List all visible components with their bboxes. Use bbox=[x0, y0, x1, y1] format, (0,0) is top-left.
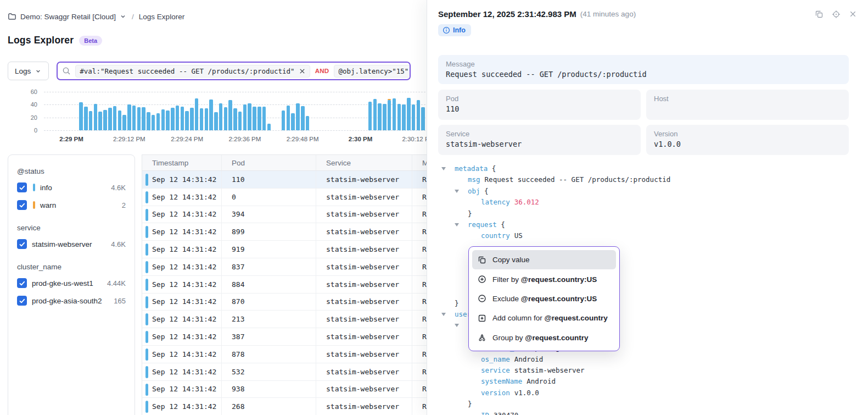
table-row[interactable]: Sep 12 14:31:42919statsim-webserverReque… bbox=[142, 241, 427, 258]
checkbox-checked[interactable] bbox=[17, 239, 27, 249]
menu-item-group-by[interactable]: Group by @request.country bbox=[472, 328, 616, 347]
histogram-bar[interactable] bbox=[200, 108, 204, 130]
menu-item-add-column-for[interactable]: Add column for @request.country bbox=[472, 308, 616, 328]
column-header-service[interactable]: Service bbox=[316, 155, 412, 170]
facet-item-warn[interactable]: warn2 bbox=[17, 196, 126, 214]
histogram-bar[interactable] bbox=[89, 111, 93, 130]
tree-key[interactable]: request bbox=[468, 220, 497, 229]
histogram-bar[interactable] bbox=[228, 100, 232, 130]
tree-collapse-icon[interactable] bbox=[455, 324, 459, 327]
tree-key[interactable]: msg bbox=[468, 175, 480, 184]
histogram-bar[interactable] bbox=[94, 104, 98, 130]
table-row[interactable]: Sep 12 14:31:42878statsim-webserverReque… bbox=[142, 346, 427, 363]
tree-value[interactable]: US bbox=[514, 231, 523, 240]
histogram-bar[interactable] bbox=[257, 107, 261, 130]
histogram-bar[interactable] bbox=[108, 108, 112, 130]
column-header-message[interactable]: Message bbox=[412, 155, 427, 170]
histogram-bar[interactable] bbox=[287, 106, 290, 131]
histogram-bar[interactable] bbox=[397, 104, 401, 130]
histogram-bar[interactable] bbox=[171, 108, 175, 130]
checkbox-checked[interactable] bbox=[17, 278, 27, 288]
histogram-bar[interactable] bbox=[402, 104, 406, 130]
histogram-bar[interactable] bbox=[248, 103, 251, 130]
histogram-bar[interactable] bbox=[122, 115, 126, 130]
histogram-bar[interactable] bbox=[209, 99, 213, 130]
menu-item-filter-by[interactable]: Filter by @request.country:US bbox=[472, 269, 616, 289]
tree-row[interactable]: } bbox=[427, 208, 868, 219]
tree-value[interactable]: Android bbox=[514, 355, 544, 363]
table-row[interactable]: Sep 12 14:31:42394statsim-webserverReque… bbox=[142, 206, 427, 224]
tree-key[interactable]: metadata bbox=[455, 164, 488, 173]
search-filter-chip[interactable]: @obj.latency>"15" bbox=[334, 65, 411, 78]
search-input[interactable]: #val:"Request succeeded -- GET /products… bbox=[57, 62, 411, 80]
histogram-bar[interactable] bbox=[238, 112, 242, 130]
facet-item-statsim-webserver[interactable]: statsim-webserver4.6K bbox=[17, 235, 126, 253]
search-filter-chip[interactable]: #val:"Request succeeded -- GET /products… bbox=[75, 65, 310, 78]
tree-row[interactable]: obj { bbox=[427, 186, 868, 197]
facet-item-prod-gke-us-west1[interactable]: prod-gke-us-west14.44K bbox=[17, 274, 126, 292]
checkbox-checked[interactable] bbox=[17, 296, 27, 306]
histogram-bar[interactable] bbox=[412, 104, 416, 130]
histogram-bar[interactable] bbox=[190, 108, 194, 130]
table-row[interactable]: Sep 12 14:31:42213statsim-webserverReque… bbox=[142, 311, 427, 328]
breadcrumb-project[interactable]: Demo: Swaggr Retail [Cloud] bbox=[20, 13, 116, 21]
menu-item-copy-value[interactable]: Copy value bbox=[472, 250, 616, 269]
tree-value[interactable]: 36.012 bbox=[514, 198, 539, 206]
locate-icon[interactable] bbox=[832, 10, 841, 19]
table-row[interactable]: Sep 12 14:31:42899statsim-webserverReque… bbox=[142, 223, 427, 241]
tree-key[interactable]: service bbox=[481, 366, 510, 374]
histogram-bar[interactable] bbox=[417, 100, 421, 130]
histogram-bar[interactable] bbox=[118, 110, 122, 130]
tree-collapse-icon[interactable] bbox=[441, 313, 446, 316]
table-row[interactable]: Sep 12 14:31:42938statsim-webserverReque… bbox=[142, 381, 427, 399]
tree-key[interactable]: obj bbox=[468, 187, 480, 195]
tree-value[interactable]: v1.0.0 bbox=[514, 389, 539, 397]
histogram-bar[interactable] bbox=[214, 112, 218, 130]
histogram-bar[interactable] bbox=[103, 110, 107, 130]
table-row[interactable]: Sep 12 14:31:42532statsim-webserverReque… bbox=[142, 363, 427, 381]
histogram-bar-warn[interactable] bbox=[388, 99, 391, 100]
histogram-bar[interactable] bbox=[378, 103, 382, 130]
histogram-bar[interactable] bbox=[373, 99, 377, 130]
tree-key[interactable]: ID bbox=[481, 411, 489, 415]
histogram-bar[interactable] bbox=[79, 102, 83, 130]
tree-row[interactable]: request { bbox=[427, 219, 868, 230]
tree-row[interactable]: metadata { bbox=[427, 163, 868, 174]
tree-row[interactable]: os_nameAndroid bbox=[427, 354, 868, 365]
table-row[interactable]: Sep 12 14:31:42870statsim-webserverReque… bbox=[142, 294, 427, 311]
histogram-bar[interactable] bbox=[127, 104, 131, 130]
histogram-bar[interactable] bbox=[233, 108, 237, 130]
histogram-bar[interactable] bbox=[243, 104, 247, 130]
histogram-bar[interactable] bbox=[421, 107, 425, 130]
facet-item-info[interactable]: info4.6K bbox=[17, 179, 126, 196]
table-row[interactable]: Sep 12 14:31:42837statsim-webserverReque… bbox=[142, 258, 427, 276]
tree-row[interactable]: countryUS bbox=[427, 230, 868, 241]
tree-row[interactable]: versionv1.0.0 bbox=[427, 388, 868, 399]
histogram-bar[interactable] bbox=[181, 107, 184, 130]
histogram-bar[interactable] bbox=[84, 107, 88, 130]
histogram-bar[interactable] bbox=[98, 112, 102, 130]
tree-row[interactable]: latency36.012 bbox=[427, 197, 868, 208]
chevron-down-icon[interactable] bbox=[119, 13, 127, 20]
tree-row[interactable]: systemNameAndroid bbox=[427, 376, 868, 387]
histogram-bar[interactable] bbox=[291, 113, 295, 131]
histogram-bar[interactable] bbox=[161, 109, 165, 131]
log-volume-chart[interactable]: 60402002:29 PM2:29:12 PM2:29:24 PM2:29:3… bbox=[0, 88, 427, 146]
histogram-bar[interactable] bbox=[262, 107, 266, 130]
tree-key[interactable]: systemName bbox=[481, 377, 522, 385]
histogram-bar[interactable] bbox=[219, 103, 223, 130]
histogram-bar[interactable] bbox=[195, 98, 199, 130]
histogram-bar[interactable] bbox=[224, 107, 228, 130]
facet-item-prod-gke-asia-south2[interactable]: prod-gke-asia-south2165 bbox=[17, 292, 126, 309]
tree-row[interactable]: } bbox=[427, 399, 868, 410]
tree-key[interactable]: latency bbox=[481, 198, 510, 206]
histogram-bar[interactable] bbox=[282, 110, 285, 130]
tree-row[interactable]: servicestatsim-webserver bbox=[427, 365, 868, 376]
tree-row[interactable]: ID330470 bbox=[427, 410, 868, 415]
histogram-bar[interactable] bbox=[137, 107, 141, 130]
column-header-pod[interactable]: Pod bbox=[222, 155, 316, 170]
histogram-bar[interactable] bbox=[156, 113, 160, 131]
histogram-bar[interactable] bbox=[132, 106, 136, 131]
source-dropdown[interactable]: Logs bbox=[8, 62, 49, 80]
histogram-bar[interactable] bbox=[166, 110, 170, 130]
